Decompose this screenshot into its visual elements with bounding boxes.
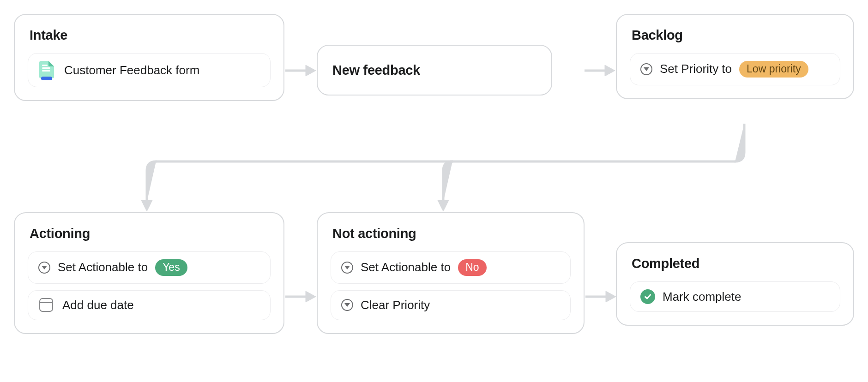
trigger-icon (341, 262, 353, 274)
card-actioning[interactable]: Actioning Set Actionable to Yes Add due … (14, 212, 284, 334)
card-backlog[interactable]: Backlog Set Priority to Low priority (616, 14, 854, 99)
rule-add-due-date[interactable]: Add due date (28, 290, 271, 320)
rule-mark-complete[interactable]: Mark complete (630, 281, 840, 312)
card-title: Not actioning (332, 226, 571, 241)
svg-marker-7 (306, 291, 316, 302)
trigger-icon (640, 63, 652, 75)
card-title: Intake (30, 28, 271, 43)
rule-text: Mark complete (663, 290, 741, 304)
rule-form[interactable]: Customer Feedback form (28, 53, 271, 87)
card-intake[interactable]: Intake Customer Feedback form (14, 14, 284, 101)
arrow-backlog-branch (139, 124, 748, 216)
arrow-actioning-to-notactioning (285, 290, 316, 304)
trigger-icon (38, 262, 50, 274)
card-new-feedback[interactable]: New feedback (317, 45, 552, 96)
card-title: Completed (632, 256, 840, 271)
rule-clear-priority[interactable]: Clear Priority (331, 290, 571, 320)
form-icon (38, 61, 57, 79)
svg-marker-4 (141, 200, 152, 211)
rule-set-actionable-no[interactable]: Set Actionable to No (331, 251, 571, 284)
rule-text: Clear Priority (361, 298, 430, 312)
check-circle-icon (640, 289, 655, 304)
svg-marker-5 (438, 200, 449, 211)
tag-no: No (458, 259, 486, 276)
rule-set-actionable-yes[interactable]: Set Actionable to Yes (28, 251, 271, 284)
trigger-icon (341, 299, 353, 311)
card-title: Backlog (632, 28, 840, 43)
card-not-actioning[interactable]: Not actioning Set Actionable to No Clear… (317, 212, 585, 334)
rule-text: Set Priority to (660, 62, 732, 76)
svg-marker-9 (606, 291, 616, 302)
rule-set-priority[interactable]: Set Priority to Low priority (630, 53, 840, 85)
rule-text: Set Actionable to (361, 260, 451, 275)
arrow-notactioning-to-completed (585, 290, 616, 304)
rule-text: Customer Feedback form (64, 63, 199, 78)
card-title: New feedback (332, 63, 420, 78)
arrow-intake-to-newfeedback (285, 64, 316, 78)
svg-marker-3 (605, 65, 615, 76)
rule-text: Set Actionable to (58, 260, 148, 275)
tag-low-priority: Low priority (739, 61, 808, 78)
card-completed[interactable]: Completed Mark complete (616, 242, 854, 326)
card-title: Actioning (30, 226, 271, 241)
arrow-newfeedback-to-backlog (585, 64, 615, 78)
calendar-icon (39, 298, 53, 312)
svg-marker-1 (306, 65, 316, 76)
tag-yes: Yes (155, 259, 187, 276)
rule-text: Add due date (62, 298, 134, 312)
workflow-diagram: Intake Customer Feedback form New feedba… (0, 0, 868, 382)
